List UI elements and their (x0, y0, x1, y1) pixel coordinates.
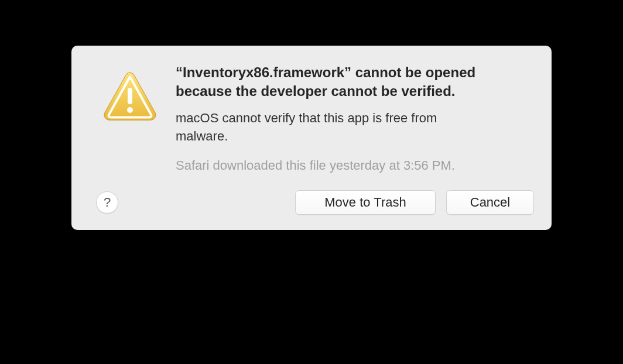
dialog-body: “Inventoryx86.framework” cannot be opene… (89, 63, 534, 175)
text-column: “Inventoryx86.framework” cannot be opene… (176, 63, 534, 175)
move-to-trash-button[interactable]: Move to Trash (295, 190, 436, 215)
svg-point-1 (127, 107, 133, 113)
icon-column (89, 63, 159, 130)
help-button[interactable]: ? (96, 191, 118, 214)
cancel-button[interactable]: Cancel (446, 190, 534, 215)
svg-rect-0 (128, 88, 132, 104)
gatekeeper-dialog: “Inventoryx86.framework” cannot be opene… (71, 46, 552, 230)
dialog-detail: Safari downloaded this file yesterday at… (176, 157, 528, 175)
dialog-subtext: macOS cannot verify that this app is fre… (176, 109, 445, 146)
dialog-heading: “Inventoryx86.framework” cannot be opene… (176, 63, 528, 101)
button-row: Move to Trash Cancel (295, 190, 534, 215)
dialog-footer: ? Move to Trash Cancel (89, 190, 534, 215)
warning-icon (101, 69, 159, 128)
